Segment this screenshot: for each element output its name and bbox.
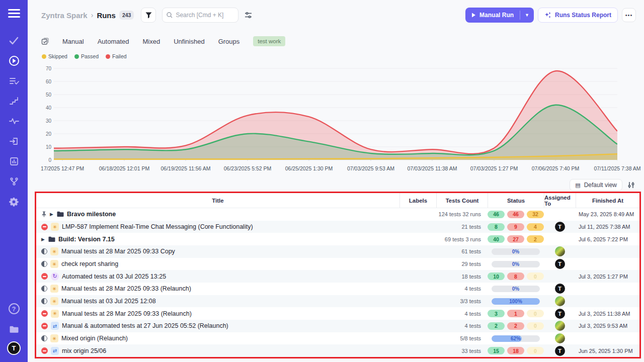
column-header-labels[interactable]: Labels [399, 193, 436, 208]
run-title[interactable]: LMP-587 Implement Real-Time Chat Messagi… [62, 223, 253, 230]
tag-chip[interactable]: test work [253, 36, 285, 46]
run-title[interactable]: Manual tests at 28 Mar 2025 09:33 (Relau… [62, 310, 192, 317]
column-header-title[interactable]: Title [36, 193, 399, 208]
sidebar-item-bar-chart-icon[interactable] [8, 155, 20, 167]
filter-settings-icon[interactable] [245, 12, 252, 19]
y-axis-tick: 10 [40, 144, 51, 150]
tab-unfinished[interactable]: Unfinished [174, 38, 204, 45]
table-row[interactable]: ▶Build: Version 7.1569 tests 3 runs40272… [36, 233, 639, 245]
assignee-avatar[interactable] [555, 296, 565, 306]
manual-run-dropdown[interactable]: ▼ [520, 8, 534, 23]
table-row[interactable]: ✳Manual tests at 03 Jul 2025 12:083/3 te… [36, 295, 639, 308]
manual-run-split-button[interactable]: Manual Run ▼ [465, 8, 534, 23]
table-row[interactable]: ⇄Manual & automated tests at 27 Jun 2025… [36, 320, 639, 332]
cell-title[interactable]: ↻Automated tests at 03 Jul 2025 13:25 [36, 273, 399, 281]
column-header-assigned-to[interactable]: Assigned To [544, 193, 576, 208]
column-header-tests-count[interactable]: Tests Count [436, 193, 488, 208]
cell-title[interactable]: ✳Manual tests at 28 Mar 2025 09:33 Copy [36, 247, 399, 255]
default-view-button[interactable]: ▤ Default view [570, 179, 622, 191]
table-row[interactable]: ✳LMP-587 Implement Real-Time Chat Messag… [36, 221, 639, 233]
run-title[interactable]: Mixed origin (Relaunch) [61, 335, 128, 342]
filter-button[interactable] [141, 8, 156, 23]
expand-chevron-icon[interactable]: ▶ [50, 212, 53, 217]
x-axis-label: 17/2025 12:47 PM [33, 165, 92, 171]
table-row[interactable]: ✳Manual tests at 28 Mar 2025 09:33 Copy6… [36, 245, 639, 258]
docs-folder-icon[interactable] [8, 323, 20, 335]
assignee-avatar[interactable] [555, 246, 565, 256]
bulk-select-icon[interactable] [41, 38, 49, 45]
cell-title[interactable]: ✳Manual tests at 28 Mar 2025 09:33 (Rela… [36, 285, 399, 293]
sidebar-item-steps-icon[interactable] [8, 95, 20, 107]
cell-title[interactable]: ✳LMP-587 Implement Real-Time Chat Messag… [36, 223, 399, 231]
table-row[interactable]: ▶Bravo milestone124 tests 32 runs464632M… [36, 208, 639, 221]
user-avatar[interactable]: T [7, 341, 21, 355]
run-title[interactable]: Bravo milestone [67, 211, 116, 218]
run-title[interactable]: Automated tests at 03 Jul 2025 13:25 [62, 273, 166, 280]
legend-item-skipped[interactable]: Skipped [42, 53, 67, 59]
table-row[interactable]: ✳Mixed origin (Relaunch)5/8 tests62% [36, 332, 639, 345]
sidebar-item-play-circle-icon[interactable] [8, 55, 20, 67]
more-options-button[interactable]: ••• [622, 8, 636, 22]
table-settings-icon[interactable] [627, 182, 635, 189]
tab-groups[interactable]: Groups [218, 38, 240, 45]
legend-item-failed[interactable]: Failed [106, 53, 127, 59]
table-row[interactable]: ✳Manual tests at 28 Mar 2025 09:33 (Rela… [36, 307, 639, 320]
cell-title[interactable]: ✳Manual tests at 03 Jul 2025 12:08 [36, 297, 399, 305]
column-header-finished-at[interactable]: Finished At [576, 193, 639, 208]
cell-title[interactable]: ✳Manual tests at 28 Mar 2025 09:33 (Rela… [36, 310, 399, 318]
tab-manual[interactable]: Manual [62, 38, 84, 45]
badge-passed: 46 [488, 211, 505, 218]
menu-icon[interactable] [8, 9, 20, 18]
run-title[interactable]: Manual & automated tests at 27 Jun 2025 … [62, 322, 228, 329]
cell-title[interactable]: ⇄mix origin 25/06 [36, 347, 399, 355]
search-box[interactable] [162, 8, 238, 23]
cell-title[interactable]: ▶Build: Version 7.15 [36, 236, 399, 243]
run-title[interactable]: Build: Version 7.15 [58, 236, 115, 243]
sidebar-item-list-check-icon[interactable] [8, 75, 20, 87]
cell-title[interactable]: ✳check report sharing [36, 260, 399, 268]
cell-title[interactable]: ⇄Manual & automated tests at 27 Jun 2025… [36, 322, 399, 330]
tab-automated[interactable]: Automated [98, 38, 129, 45]
sidebar-item-check-icon[interactable] [8, 35, 20, 47]
cell-status: 0% [488, 286, 544, 292]
help-icon[interactable]: ? [9, 303, 20, 314]
run-title[interactable]: Manual tests at 28 Mar 2025 09:33 (Relau… [61, 285, 191, 292]
table-row[interactable]: ⇄mix origin 25/0633 tests15180TJun 25, 2… [36, 344, 639, 357]
run-title[interactable]: check report sharing [61, 260, 118, 267]
table-row[interactable]: ✳Manual tests at 28 Mar 2025 09:33 (Rela… [36, 283, 639, 295]
sidebar-item-branch-icon[interactable] [8, 175, 20, 188]
expand-chevron-icon[interactable]: ▶ [41, 237, 45, 242]
cell-assigned-to [544, 246, 576, 256]
cell-title[interactable]: ▶Bravo milestone [36, 211, 399, 218]
assignee-avatar[interactable] [555, 333, 565, 343]
breadcrumb-project[interactable]: Zyntra Spark [41, 11, 88, 20]
run-title[interactable]: Manual tests at 28 Mar 2025 09:33 Copy [61, 248, 175, 255]
sidebar-item-sign-in-icon[interactable] [8, 135, 20, 147]
y-axis-tick: 50 [40, 92, 51, 98]
tab-mixed[interactable]: Mixed [143, 38, 160, 45]
assignee-avatar[interactable]: T [555, 309, 565, 319]
sidebar-item-pulse-icon[interactable] [8, 115, 20, 127]
table-row[interactable]: ✳check report sharing29 tests0%T [36, 258, 639, 270]
column-header-status[interactable]: Status [488, 193, 544, 208]
automated-run-type-icon: ↻ [51, 273, 59, 281]
assignee-avatar[interactable]: T [555, 346, 565, 356]
legend-item-passed[interactable]: Passed [74, 53, 99, 59]
runs-status-report-button[interactable]: Runs Status Report [538, 8, 618, 23]
cell-status: 894 [488, 223, 544, 231]
page-title: Runs [97, 11, 116, 20]
search-input[interactable] [176, 12, 234, 19]
sidebar-item-gear-icon[interactable] [8, 196, 20, 208]
assignee-avatar[interactable]: T [555, 259, 565, 269]
table-row[interactable]: ↻Automated tests at 03 Jul 2025 13:2518 … [36, 270, 639, 283]
manual-run-type-icon: ✳ [50, 285, 58, 293]
run-title[interactable]: Manual tests at 03 Jul 2025 12:08 [61, 298, 156, 305]
assignee-avatar[interactable]: T [555, 284, 565, 294]
assignee-avatar[interactable]: T [555, 222, 565, 232]
assignee-avatar[interactable] [555, 321, 565, 331]
cell-title[interactable]: ✳Mixed origin (Relaunch) [36, 334, 399, 342]
run-title[interactable]: mix origin 25/06 [62, 347, 106, 354]
x-axis-label: 07/03/2025 1:27 PM [465, 165, 523, 171]
x-axis-label: 07/03/2025 9:53 AM [342, 165, 400, 171]
folder-icon [48, 236, 55, 242]
